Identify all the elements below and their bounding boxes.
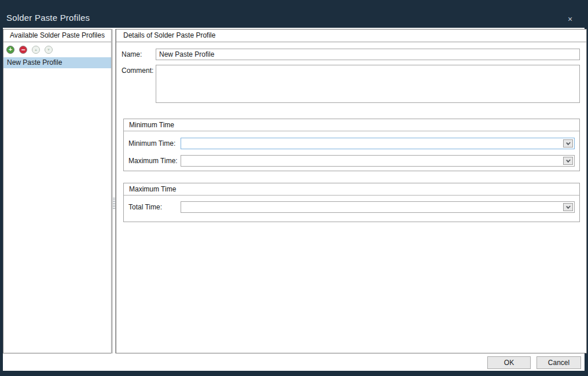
name-label: Name:: [122, 49, 142, 60]
maximum-time-group-title: Maximum Time: [124, 183, 579, 196]
dialog-window: Solder Paste Profiles × Available Solder…: [0, 0, 588, 376]
add-profile-button[interactable]: +: [6, 46, 14, 54]
cancel-button[interactable]: Cancel: [536, 356, 581, 369]
comment-field[interactable]: [156, 65, 580, 103]
minimum-time-combobox[interactable]: [181, 138, 575, 149]
available-profiles-panel: Available Solder Paste Profiles + − ▲ ▼ …: [3, 29, 112, 353]
maximum-time-group: Maximum Time Total Time:: [123, 183, 580, 222]
minimum-time-label: Minimum Time:: [128, 138, 175, 149]
window-title: Solder Paste Profiles: [6, 13, 90, 23]
minimum-time-group-title: Minimum Time: [124, 119, 579, 131]
profile-details-body: Name: Comment: Minimum Time Minimum Time…: [116, 42, 586, 353]
title-bar[interactable]: Solder Paste Profiles ×: [0, 0, 588, 28]
arrow-up-icon: ▲: [34, 48, 38, 51]
profile-list-item[interactable]: New Paste Profile: [3, 57, 111, 68]
profile-details-panel: Details of Solder Paste Profile Name: Co…: [116, 29, 587, 353]
profiles-toolbar: + − ▲ ▼: [6, 46, 111, 54]
maximum-time-combobox[interactable]: [181, 155, 575, 167]
total-time-dropdown-button[interactable]: [563, 203, 573, 211]
arrow-down-icon: ▼: [47, 48, 50, 51]
plus-icon: +: [9, 46, 12, 53]
chevron-down-icon: [566, 141, 571, 145]
maximum-time-dropdown-button[interactable]: [563, 157, 573, 165]
minimum-time-group: Minimum Time Minimum Time: Maximum Time:: [123, 119, 580, 171]
minus-icon: −: [21, 46, 25, 53]
name-field[interactable]: [156, 49, 580, 60]
splitter-grip-icon: [113, 198, 115, 209]
maximum-time-label: Maximum Time:: [128, 155, 178, 167]
chevron-down-icon: [566, 204, 571, 209]
minimum-time-dropdown-button[interactable]: [563, 139, 573, 148]
comment-label: Comment:: [122, 65, 153, 76]
total-time-label: Total Time:: [128, 201, 162, 213]
close-icon[interactable]: ×: [565, 14, 575, 24]
move-up-button[interactable]: ▲: [32, 46, 40, 54]
remove-profile-button[interactable]: −: [19, 46, 27, 54]
move-down-button[interactable]: ▼: [45, 46, 53, 54]
total-time-combobox[interactable]: [181, 201, 575, 213]
profile-details-header: Details of Solder Paste Profile: [116, 30, 586, 42]
available-profiles-header: Available Solder Paste Profiles: [3, 30, 111, 42]
dialog-content: Available Solder Paste Profiles + − ▲ ▼ …: [3, 28, 585, 371]
chevron-down-icon: [566, 158, 571, 163]
ok-button[interactable]: OK: [487, 356, 531, 369]
